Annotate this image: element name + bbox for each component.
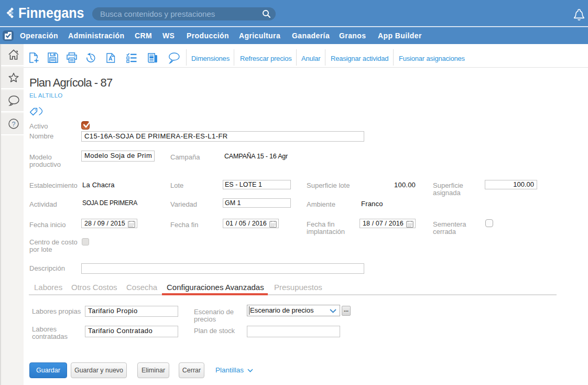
- svg-text:?: ?: [12, 121, 16, 128]
